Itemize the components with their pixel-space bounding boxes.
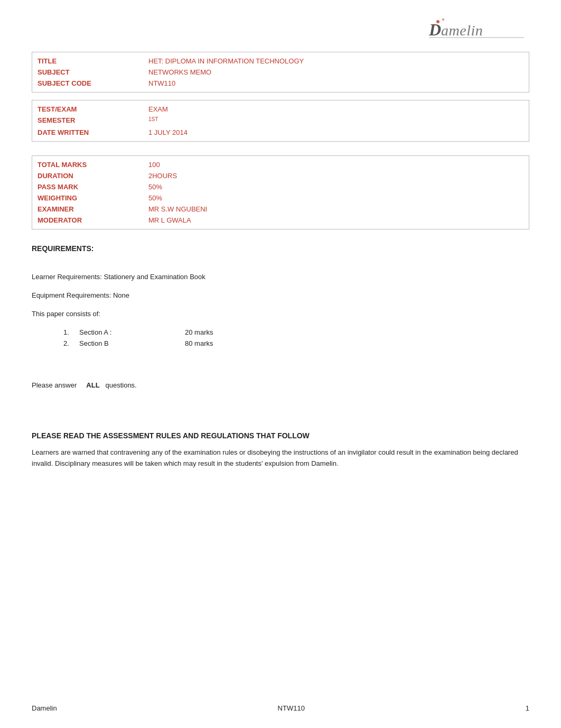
table-row: MODERATORMR L GWALA xyxy=(32,215,529,226)
row-label: SEMESTER xyxy=(38,116,148,125)
table-row: WEIGHTING50% xyxy=(32,192,529,204)
logo-area: D amelin xyxy=(424,16,529,42)
block2-table: TEST/EXAMEXAMSEMESTER1STDATE WRITTEN1 JU… xyxy=(32,100,529,142)
table-row: TITLEHET: DIPLOMA IN INFORMATION TECHNOL… xyxy=(32,56,529,67)
table-row: EXAMINERMR S.W NGUBENI xyxy=(32,204,529,215)
row-label: PASS MARK xyxy=(38,183,148,191)
table-row: PASS MARK50% xyxy=(32,181,529,192)
table-row: DURATION2HOURS xyxy=(32,170,529,181)
regulations-text: Learners are warned that contravening an… xyxy=(32,447,529,469)
list-marks: 20 marks xyxy=(185,328,213,336)
svg-text:D: D xyxy=(428,20,442,39)
equipment-requirements: Equipment Requirements: None xyxy=(32,290,529,301)
list-marks: 80 marks xyxy=(185,339,213,347)
table-row: SUBJECT CODENTW110 xyxy=(32,78,529,89)
page: D amelin TITLEHET: DIPLOMA IN INFORMATIO… xyxy=(0,0,561,617)
row-label: MODERATOR xyxy=(38,216,148,224)
footer-left: Damelin xyxy=(32,704,57,712)
row-label: SUBJECT xyxy=(38,68,148,76)
row-value: 50% xyxy=(148,194,162,202)
footer-center: NTW110 xyxy=(278,704,305,712)
paper-consists: This paper consists of: xyxy=(32,309,529,320)
table-row: DATE WRITTEN1 JULY 2014 xyxy=(32,127,529,138)
svg-point-4 xyxy=(433,24,435,26)
svg-point-3 xyxy=(442,19,444,21)
requirements-heading: REQUIREMENTS: xyxy=(32,244,529,253)
table-row: TOTAL MARKS100 xyxy=(32,159,529,170)
row-value: NTW110 xyxy=(148,79,175,87)
row-label: SUBJECT CODE xyxy=(38,79,148,87)
row-value: 1ST xyxy=(148,116,158,125)
row-value: EXAM xyxy=(148,105,168,113)
row-label: DATE WRITTEN xyxy=(38,128,148,136)
damelin-logo: D amelin xyxy=(426,15,527,43)
svg-text:amelin: amelin xyxy=(441,22,483,39)
row-value: 1 JULY 2014 xyxy=(148,128,188,136)
regulations-heading: PLEASE READ THE ASSESSMENT RULES AND REG… xyxy=(32,431,529,440)
row-label: TOTAL MARKS xyxy=(38,161,148,169)
row-value: 100 xyxy=(148,161,160,169)
row-label: WEIGHTING xyxy=(38,194,148,202)
sections-list: 1.Section A :20 marks2.Section B80 marks xyxy=(63,328,529,347)
block3-table: TOTAL MARKS100DURATION2HOURSPASS MARK50%… xyxy=(32,155,529,229)
list-item: 2.Section B80 marks xyxy=(63,339,529,347)
row-value: NETWORKS MEMO xyxy=(148,68,211,76)
row-value: 2HOURS xyxy=(148,172,177,180)
row-label: DURATION xyxy=(38,172,148,180)
list-label: Section B xyxy=(79,339,185,347)
row-value: 50% xyxy=(148,183,162,191)
footer-right: 1 xyxy=(526,704,529,712)
row-label: TITLE xyxy=(38,57,148,65)
table-row: SUBJECTNETWORKS MEMO xyxy=(32,67,529,78)
row-value: HET: DIPLOMA IN INFORMATION TECHNOLOGY xyxy=(148,57,304,65)
row-value: MR L GWALA xyxy=(148,216,191,224)
row-label: TEST/EXAM xyxy=(38,105,148,113)
list-number: 1. xyxy=(63,328,79,336)
list-label: Section A : xyxy=(79,328,185,336)
header: D amelin xyxy=(32,16,529,42)
answer-bold: ALL xyxy=(86,381,99,389)
row-label: EXAMINER xyxy=(38,205,148,213)
svg-point-2 xyxy=(436,20,440,23)
footer: Damelin NTW110 1 xyxy=(32,704,529,712)
list-number: 2. xyxy=(63,339,79,347)
answer-prefix: Please answer xyxy=(32,381,77,389)
block1-table: TITLEHET: DIPLOMA IN INFORMATION TECHNOL… xyxy=(32,52,529,93)
list-item: 1.Section A :20 marks xyxy=(63,328,529,336)
learner-requirements: Learner Requirements: Stationery and Exa… xyxy=(32,272,529,283)
answer-suffix: questions. xyxy=(105,381,136,389)
table-row: TEST/EXAMEXAM xyxy=(32,104,529,115)
table-row: SEMESTER1ST xyxy=(32,115,529,127)
row-value: MR S.W NGUBENI xyxy=(148,205,207,213)
answer-note: Please answer ALL questions. xyxy=(32,381,529,389)
